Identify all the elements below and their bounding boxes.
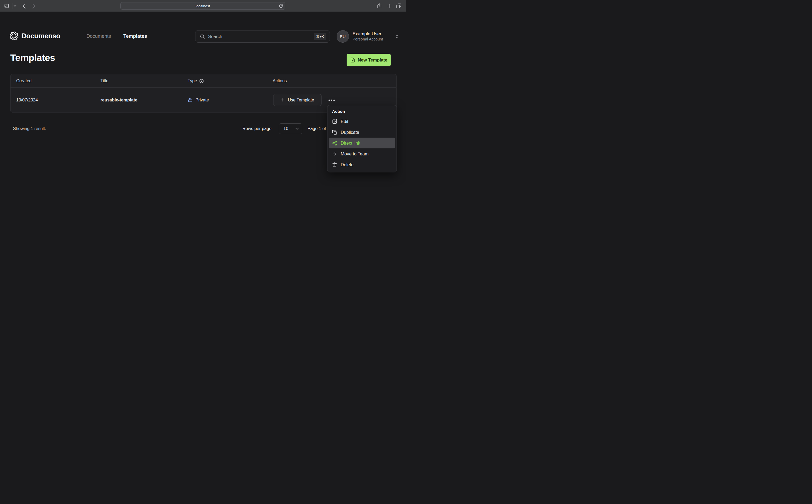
search-shortcut-badge: ⌘+K <box>314 33 326 40</box>
row-action-menu: Action Edit Duplicate Direct link Move t… <box>327 105 397 172</box>
new-template-button[interactable]: New Template <box>346 54 391 66</box>
lock-icon <box>188 97 193 103</box>
trash-icon <box>332 162 337 167</box>
account-menu[interactable]: EU Example User Personal Account <box>336 30 399 43</box>
account-type: Personal Account <box>352 37 393 42</box>
square-pen-icon <box>332 119 337 124</box>
sidebar-toggle-icon[interactable] <box>4 4 9 8</box>
search-box[interactable]: ⌘+K <box>195 30 330 43</box>
rows-per-page-select[interactable]: 10 <box>279 123 302 134</box>
url-text: localhost <box>196 4 210 8</box>
page-indicator: Page 1 of 1 <box>307 126 329 131</box>
documenso-logo-icon <box>9 31 19 40</box>
plus-icon <box>280 98 285 102</box>
chevron-down-icon <box>295 128 299 130</box>
forward-icon[interactable] <box>32 4 35 9</box>
use-template-button[interactable]: Use Template <box>273 94 321 106</box>
column-header-actions: Actions <box>273 74 287 88</box>
page-title: Templates <box>10 52 55 63</box>
new-tab-icon[interactable] <box>387 4 392 8</box>
browser-toolbar: localhost <box>0 0 406 12</box>
search-icon <box>200 34 205 39</box>
ellipsis-icon <box>328 100 330 101</box>
main-nav: Documents Templates <box>86 33 147 39</box>
menu-item-label: Duplicate <box>341 130 359 135</box>
column-header-type: Type <box>188 74 204 88</box>
avatar: EU <box>336 30 349 43</box>
nav-item-templates[interactable]: Templates <box>123 33 147 39</box>
new-template-label: New Template <box>358 57 387 63</box>
chevrons-up-down-icon <box>395 34 399 39</box>
menu-item-duplicate[interactable]: Duplicate <box>329 127 395 138</box>
menu-title: Action <box>329 107 395 116</box>
address-bar[interactable]: localhost <box>120 2 285 10</box>
share-icon[interactable] <box>377 3 382 9</box>
nav-item-documents[interactable]: Documents <box>86 33 111 39</box>
tab-overview-icon[interactable] <box>396 3 401 9</box>
menu-item-label: Edit <box>341 119 348 124</box>
column-header-title: Title <box>100 74 108 88</box>
cell-created: 10/07/2024 <box>16 88 38 112</box>
results-count: Showing 1 result. <box>13 126 46 131</box>
rows-per-page-value: 10 <box>283 126 288 131</box>
column-header-created: Created <box>16 74 32 88</box>
rows-per-page-label: Rows per page <box>242 126 271 131</box>
app-header: Documenso Documents Templates ⌘+K EU Exa… <box>0 12 406 38</box>
share-link-icon <box>332 141 337 146</box>
use-template-label: Use Template <box>288 98 314 103</box>
menu-item-label: Delete <box>341 162 353 167</box>
menu-item-move-to-team[interactable]: Move to Team <box>329 148 395 159</box>
copy-icon <box>332 130 337 135</box>
account-name: Example User <box>352 31 393 37</box>
toolbar-divider <box>12 3 12 9</box>
cell-title[interactable]: reusable-template <box>100 88 137 112</box>
reload-icon[interactable] <box>279 4 283 8</box>
menu-item-delete[interactable]: Delete <box>329 159 395 170</box>
menu-item-direct-link[interactable]: Direct link <box>329 138 395 148</box>
cell-type: Private <box>188 88 209 112</box>
brand-name: Documenso <box>21 32 60 40</box>
back-icon[interactable] <box>23 4 26 9</box>
table-header: Created Title Type Actions <box>11 74 396 88</box>
menu-item-edit[interactable]: Edit <box>329 116 395 127</box>
file-plus-icon <box>350 57 355 63</box>
arrow-right-icon <box>332 151 337 156</box>
menu-item-label: Move to Team <box>341 151 368 156</box>
brand[interactable]: Documenso <box>9 31 60 40</box>
search-input[interactable] <box>208 34 314 39</box>
sidebar-chevron-down-icon[interactable] <box>13 5 16 7</box>
menu-item-label: Direct link <box>341 141 360 146</box>
info-icon[interactable] <box>199 79 204 83</box>
type-label: Private <box>195 98 209 103</box>
row-actions-ellipsis-button[interactable] <box>326 97 337 104</box>
account-meta: Example User Personal Account <box>352 31 393 42</box>
